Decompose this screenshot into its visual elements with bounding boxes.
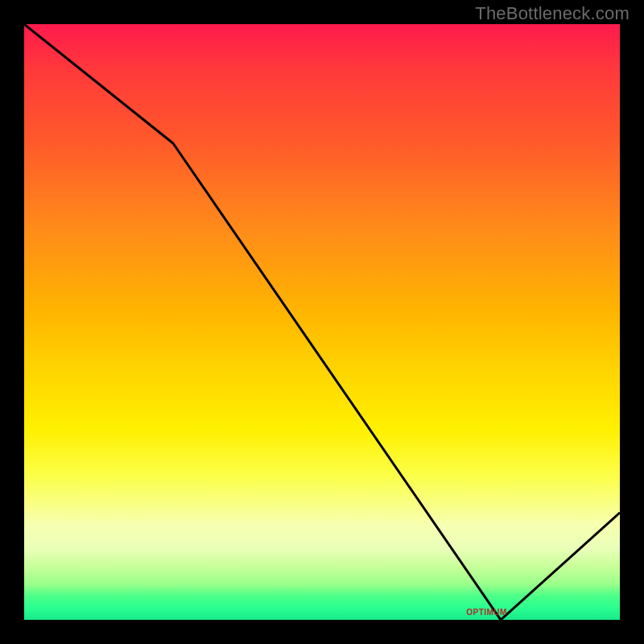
bottleneck-curve [24, 24, 620, 620]
optimum-annotation: OPTIMUM [466, 608, 507, 617]
chart-container: OPTIMUM [24, 24, 620, 620]
chart-overlay: OPTIMUM [24, 24, 620, 620]
watermark-text: TheBottleneck.com [475, 3, 630, 24]
